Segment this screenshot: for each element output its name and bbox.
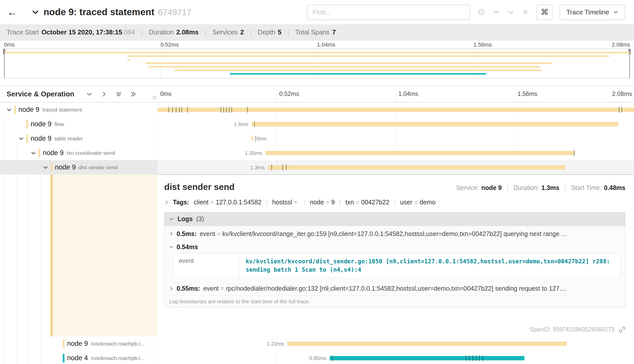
- minimap-span-bar: [4, 52, 630, 53]
- find-prev-icon[interactable]: [492, 8, 500, 16]
- separator: |: [250, 28, 252, 36]
- log-field-key: event: [203, 285, 219, 292]
- span-link-icon[interactable]: [619, 326, 625, 333]
- span-toggle-icon[interactable]: [28, 150, 38, 156]
- tag-key: client: [194, 199, 208, 206]
- find-input[interactable]: [307, 5, 470, 20]
- log-field-value: kv/kvclient/kvcoord/dist_sender.go:1850 …: [239, 253, 620, 278]
- summary-value: October 15 2020, 17:38:15: [41, 28, 122, 36]
- tag-value: 00427b22: [361, 199, 389, 206]
- log-marker: [286, 164, 286, 170]
- span-name-cell[interactable]: node 9dist sender send: [0, 160, 158, 175]
- keyboard-shortcuts-button[interactable]: ⌘: [536, 5, 553, 20]
- span-duration-bar[interactable]: [287, 341, 567, 346]
- span-row[interactable]: node 9traced statement: [0, 102, 634, 117]
- span-name-cell[interactable]: node 9/cockroach.roachpb.I...: [0, 336, 158, 351]
- log-field-key: event: [173, 253, 239, 278]
- tree-guide: [40, 351, 41, 364]
- back-button[interactable]: ←: [0, 0, 24, 24]
- service-color-bar: [38, 149, 40, 157]
- log-timestamp: 0.54ms: [177, 243, 198, 251]
- find-controls: [478, 8, 529, 16]
- operation-name: traced statement: [43, 107, 82, 113]
- span-row[interactable]: node 9/cockroach.roachpb.I...1.22ms: [0, 336, 634, 351]
- span-duration-bar[interactable]: [330, 356, 524, 360]
- tree-controls: [86, 91, 137, 97]
- trace-title: node 9: traced statement: [44, 7, 154, 17]
- span-timeline-cell[interactable]: 1.6ms: [158, 117, 634, 131]
- service-color-bar: [63, 354, 65, 362]
- tags-row[interactable]: Tags: client=127.0.0.1:54582|hostssl=|no…: [164, 199, 625, 206]
- logs-count: (3): [196, 215, 204, 223]
- log-field-value: kv/kvclient/kvcoord/range_iter.go:159 [n…: [222, 230, 567, 238]
- log-entry[interactable]: 0.54ms: [169, 241, 621, 253]
- log-equals: =: [220, 285, 224, 292]
- tag-key: txn: [346, 199, 354, 206]
- summary-value: 5: [278, 28, 281, 36]
- span-row[interactable]: node 9txn coordinator send1.35ms: [0, 146, 634, 160]
- log-marker: [255, 136, 256, 141]
- span-toggle-icon[interactable]: [40, 165, 51, 170]
- timeline-ruler: 0ms0.52ms1.04ms1.56ms2.08ms: [158, 86, 634, 102]
- find-clear-icon[interactable]: [522, 9, 529, 16]
- span-duration-bar[interactable]: [265, 151, 575, 155]
- collapse-trace-icon[interactable]: [31, 8, 39, 16]
- span-name-cell[interactable]: node 4/cockroach.roachpb.I...: [0, 351, 158, 364]
- span-row[interactable]: node 9table reader0ms: [0, 131, 634, 146]
- tree-guide: [28, 175, 29, 336]
- summary-item: Depth5: [258, 28, 282, 36]
- log-marker: [282, 164, 283, 170]
- span-row[interactable]: node 9dist sender send1.3ms: [0, 160, 634, 175]
- collapse-all-button[interactable]: [115, 91, 122, 97]
- span-duration-bar[interactable]: [251, 136, 253, 141]
- span-duration-bar[interactable]: [251, 122, 618, 126]
- span-toggle-icon[interactable]: [16, 136, 26, 141]
- span-name-cell[interactable]: node 9table reader: [0, 131, 158, 146]
- tree-guide: [4, 351, 4, 364]
- span-row[interactable]: node 4/cockroach.roachpb.I...0.85ms: [0, 351, 634, 364]
- span-timeline-cell[interactable]: 1.22ms: [158, 336, 634, 351]
- service-color-bar: [26, 120, 28, 129]
- span-timeline-cell[interactable]: 0.85ms: [158, 351, 634, 364]
- tag-item: user=demo: [400, 199, 435, 206]
- trace-minimap: 0ms0.52ms1.04ms1.56ms2.08ms: [0, 40, 634, 78]
- column-resizer[interactable]: [153, 96, 156, 100]
- span-name-cell[interactable]: node 9txn coordinator send: [0, 146, 158, 160]
- minimap-canvas[interactable]: [4, 49, 630, 78]
- span-row[interactable]: node 9flow1.6ms: [0, 117, 634, 131]
- duration-label: Duration:: [513, 184, 539, 191]
- log-marker: [221, 107, 221, 113]
- span-timeline-cell[interactable]: 0ms: [158, 131, 634, 146]
- log-entry[interactable]: 0.55ms:event=rpc/nodedialer/nodedialer.g…: [164, 282, 625, 295]
- span-detail-meta: Service: node 9 | Duration: 1.3ms | Star…: [456, 184, 625, 191]
- trace-view-select[interactable]: Trace Timeline: [560, 5, 625, 20]
- logs-header[interactable]: Logs (3): [164, 212, 625, 226]
- expand-all-button[interactable]: [130, 91, 137, 97]
- log-timestamp: 0.55ms:: [177, 285, 200, 292]
- tag-item: client=127.0.0.1:54582: [194, 199, 262, 206]
- minimap-ticks: 0ms0.52ms1.04ms1.56ms2.08ms: [4, 40, 630, 49]
- span-name-cell[interactable]: node 9flow: [0, 117, 158, 131]
- log-entry[interactable]: 0.5ms:event=kv/kvclient/kvcoord/range_it…: [164, 227, 625, 241]
- find-locate-icon[interactable]: [478, 8, 485, 16]
- summary-label: Trace Start: [7, 28, 39, 36]
- summary-item: Total Spans7: [295, 28, 336, 36]
- minimap-span-bar: [174, 70, 542, 71]
- chevron-down-icon: [613, 10, 618, 15]
- span-duration-bar[interactable]: [268, 165, 565, 169]
- span-toggle-icon[interactable]: [4, 107, 14, 113]
- service-color-bar: [63, 339, 65, 348]
- find-next-icon[interactable]: [507, 8, 515, 16]
- span-timeline-cell[interactable]: [158, 102, 634, 117]
- service-name: node 4: [67, 354, 88, 362]
- span-name-cell[interactable]: node 9traced statement: [0, 102, 158, 117]
- span-timeline-cell[interactable]: 1.3ms: [158, 160, 634, 175]
- span-timeline-cell[interactable]: 1.35ms: [158, 146, 634, 160]
- duration-label: 0.85ms: [309, 355, 327, 361]
- tree-guide: [4, 175, 4, 336]
- expand-one-button[interactable]: [101, 91, 107, 97]
- table-row: eventkv/kvclient/kvcoord/dist_sender.go:…: [173, 253, 620, 278]
- trace-summary-list: Trace StartOctober 15 2020, 17:38:15.084…: [7, 28, 336, 36]
- collapse-one-button[interactable]: [86, 91, 93, 97]
- trace-id: 6749717: [158, 7, 191, 17]
